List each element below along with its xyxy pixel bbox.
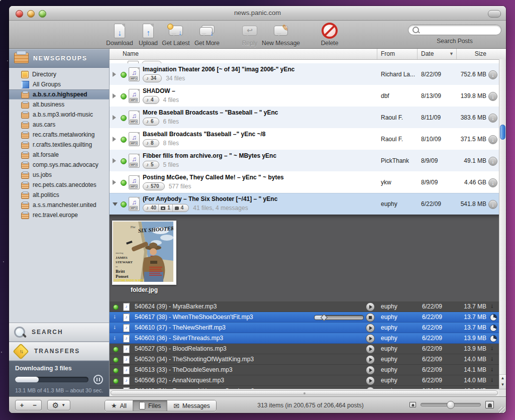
thumbnail-size-slider[interactable] xyxy=(421,403,481,406)
sidebar-item[interactable]: alt.politics xyxy=(9,190,109,200)
play-button[interactable] xyxy=(366,324,375,333)
group-row[interactable]: ♫MP3 (For Anybody – The Six Shooter [~/4… xyxy=(110,193,506,215)
sidebar-item[interactable]: All Groups xyxy=(9,79,109,89)
vertical-scrollbar[interactable]: ▲ ▼ xyxy=(499,59,506,389)
file-row[interactable]: ↓ 540617 (38) - WhenTheShoeDoesn'tFit.mp… xyxy=(110,312,506,323)
play-button[interactable] xyxy=(366,345,375,354)
large-thumbnail-icon[interactable] xyxy=(485,401,494,408)
sidebar-item[interactable]: alt.forsale xyxy=(9,150,109,160)
playback-scrubber[interactable] xyxy=(314,315,364,320)
sidebar-item[interactable]: a.b.s.mp3.world-music xyxy=(9,110,109,120)
play-button[interactable] xyxy=(366,376,375,385)
sidebar-item-label: All Groups xyxy=(33,81,61,88)
sidebar-item[interactable]: rec.crafts.metalworking xyxy=(9,130,109,140)
image-thumbnail[interactable]: The SIX SHOOTER starring xyxy=(112,221,176,285)
disclosure-triangle-icon[interactable] xyxy=(113,115,116,120)
file-row[interactable]: ↓ 540603 (36) - SilverThreads.mp3 euphy … xyxy=(110,333,506,344)
download-group-button[interactable]: ↓ xyxy=(488,200,497,209)
sidebar-item[interactable]: rec.travel.europe xyxy=(9,210,109,220)
scroll-up-button[interactable]: ▲ xyxy=(499,375,506,381)
files-count-label: 4 files xyxy=(163,96,179,103)
file-from: euphy xyxy=(381,377,397,384)
stop-button[interactable] xyxy=(366,313,375,322)
sidebar-item[interactable]: Directory xyxy=(9,69,109,79)
group-row[interactable]: ♫MP3 SHADOW – 4 4 files dbf 8/13/09 139.… xyxy=(110,85,506,107)
download-button[interactable]: ↓ Download xyxy=(102,22,137,47)
sidebar-item[interactable]: rec.pets.cats.anecdotes xyxy=(9,180,109,190)
small-thumbnail-icon[interactable] xyxy=(409,402,416,407)
download-group-button[interactable]: ↓ xyxy=(488,178,497,187)
download-group-button[interactable]: ↓ xyxy=(488,157,497,166)
newsgroups-header[interactable]: NEWSGROUPS xyxy=(9,49,109,68)
disclosure-triangle-icon[interactable] xyxy=(113,72,116,77)
disclosure-triangle-icon[interactable] xyxy=(113,137,116,142)
action-menu-button[interactable]: ⚙ ▼ xyxy=(47,400,70,410)
new-message-icon: ✎ xyxy=(274,26,288,36)
sidebar-item-icon xyxy=(21,192,29,199)
disclosure-triangle-icon[interactable] xyxy=(113,93,116,98)
download-group-button[interactable]: ↓ xyxy=(488,70,497,79)
play-button[interactable] xyxy=(366,334,375,343)
group-row[interactable]: ♫MP3 Posting McGee, They Called Me! – yE… xyxy=(110,171,506,193)
search-input[interactable] xyxy=(422,26,497,34)
sidebar-item[interactable]: a.s.s.manchester.united xyxy=(9,200,109,210)
disclosure-triangle-icon[interactable] xyxy=(113,158,116,163)
pause-transfers-button[interactable] xyxy=(93,375,103,384)
column-header-name[interactable]: Name xyxy=(123,50,139,57)
group-row[interactable]: ♫MP3 Fibber fills from archive.org – " ~… xyxy=(110,150,506,171)
scroll-down-button[interactable]: ▼ xyxy=(499,381,506,388)
file-row[interactable]: ↓ 540527 (35) - BloodRelations.mp3 euphy… xyxy=(110,344,506,354)
sidebar-item-icon xyxy=(21,213,29,219)
sidebar-item[interactable]: alt.business xyxy=(9,99,109,110)
title-bar[interactable]: news.panic.com xyxy=(9,6,506,21)
play-button[interactable] xyxy=(366,366,375,375)
file-row[interactable]: ↓ 540506 (32) - AnnaNorquest.mp3 euphy 6… xyxy=(110,375,506,386)
remove-button[interactable]: − xyxy=(28,400,42,410)
group-row[interactable]: ♫MP3 More Baseball Broadcasts – "Basebal… xyxy=(110,107,506,128)
horizontal-scrollbar[interactable] xyxy=(110,389,499,396)
search-field[interactable] xyxy=(408,25,501,35)
filter-messages-button[interactable]: ✉ Messages xyxy=(167,400,216,411)
resize-grip[interactable] xyxy=(498,407,505,413)
add-button[interactable]: + xyxy=(15,400,29,410)
transfer-progress-fill xyxy=(15,377,39,382)
file-row[interactable]: ↓ 540513 (33) - TheDoubleSeven.mp3 euphy… xyxy=(110,365,506,375)
new-status-dot-icon xyxy=(121,180,127,186)
audio-file-icon xyxy=(123,356,130,364)
download-group-button[interactable]: ↓ xyxy=(488,114,497,123)
vertical-scrollbar-thumb[interactable] xyxy=(500,125,505,140)
sidebar-item[interactable]: comp.sys.mac.advocacy xyxy=(9,160,109,170)
get-latest-button[interactable]: ↓ Get Latest xyxy=(158,22,193,47)
column-header-from[interactable]: From xyxy=(381,50,395,57)
filter-files-button[interactable]: Files xyxy=(133,400,167,411)
sidebar-item[interactable]: a.b.s.r.o.highspeed xyxy=(9,89,109,99)
disclosure-triangle-icon[interactable] xyxy=(113,180,116,185)
play-button[interactable] xyxy=(366,302,375,311)
partial-row[interactable] xyxy=(110,60,506,63)
column-header-date[interactable]: Date xyxy=(421,50,434,57)
horizontal-scrollbar-thumb[interactable] xyxy=(111,390,498,395)
new-message-button[interactable]: ✎ New Message xyxy=(258,22,303,47)
transfers-section-header[interactable]: ↑↓ TRANSFERS xyxy=(9,342,109,361)
search-section-header[interactable]: SEARCH xyxy=(9,323,109,342)
play-button[interactable] xyxy=(366,355,375,364)
slider-thumb[interactable] xyxy=(447,401,455,409)
sidebar-item[interactable]: r.crafts.textiles.quilting xyxy=(9,140,109,150)
toolbar-toggle-button[interactable] xyxy=(488,10,501,18)
filter-all-button[interactable]: ★ All xyxy=(105,400,133,411)
file-row[interactable]: ↓ 540520 (34) - TheShootingOfWyattKing.m… xyxy=(110,354,506,365)
file-row[interactable]: ↓ 540624 (39) - MyraBarker.mp3 euphy 6/2… xyxy=(110,301,506,312)
download-group-button[interactable]: ↓ xyxy=(488,92,497,101)
disclosure-triangle-icon[interactable] xyxy=(113,202,118,206)
download-group-button[interactable]: ↓ xyxy=(488,135,497,144)
group-row[interactable]: ♫MP3 Imagination Theater 2006 [~ of 34] … xyxy=(110,63,506,85)
sidebar-item[interactable]: us.jobs xyxy=(9,170,109,180)
file-row[interactable]: ↓ 540610 (37) - TheNewSheriff.mp3 euphy … xyxy=(110,323,506,333)
sidebar-item[interactable]: aus.cars xyxy=(9,120,109,130)
delete-button[interactable]: Delete xyxy=(315,22,345,47)
get-more-button[interactable]: ↓ Get More xyxy=(189,22,225,47)
thumbnail-size-control xyxy=(409,401,494,408)
column-header-size[interactable]: Size xyxy=(475,50,486,57)
group-row[interactable]: ♫MP3 Baseball Broadcasts "Baseball –" yE… xyxy=(110,128,506,150)
sidebar-item-label: a.b.s.mp3.world-music xyxy=(33,111,93,118)
